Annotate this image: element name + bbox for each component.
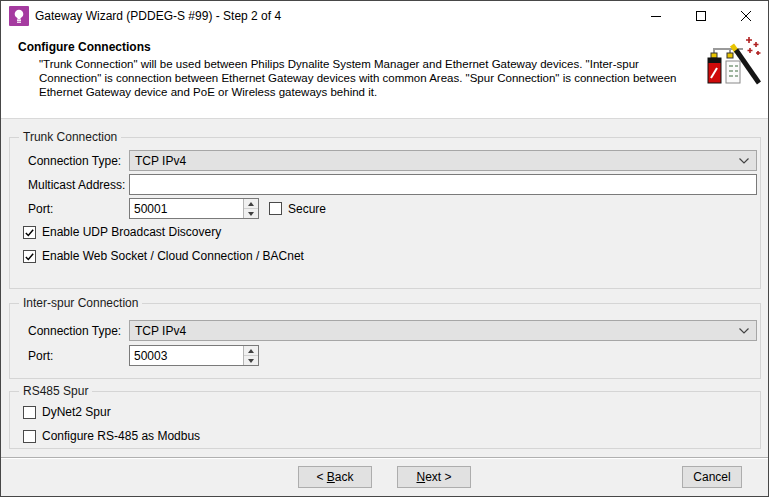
check-icon [24, 251, 35, 262]
multicast-address-input[interactable] [129, 174, 757, 195]
title-bar: Gateway Wizard (PDDEG-S #99) - Step 2 of… [1, 1, 768, 31]
inter-spur-connection-type-label: Connection Type: [28, 324, 129, 338]
next-button-accesskey: N [416, 470, 425, 484]
inter-spur-port-spinner [243, 346, 258, 365]
dynet2-spur-label: DyNet2 Spur [42, 405, 111, 419]
udp-discovery-label: Enable UDP Broadcast Discovery [42, 225, 221, 239]
minimize-icon [651, 11, 661, 21]
modbus-checkbox[interactable] [23, 430, 36, 443]
multicast-address-label: Multicast Address: [28, 178, 129, 192]
gateway-wizard-dialog: Gateway Wizard (PDDEG-S #99) - Step 2 of… [0, 0, 769, 497]
wizard-header: Configure Connections "Trunk Connection"… [1, 31, 768, 119]
trunk-connection-type-select[interactable]: TCP IPv4 [129, 150, 757, 171]
chevron-down-icon [739, 328, 749, 334]
cancel-button[interactable]: Cancel [682, 466, 742, 488]
wizard-wand-icon [705, 35, 761, 89]
trunk-port-label: Port: [28, 202, 129, 216]
back-button-text-rest: ack [335, 470, 354, 484]
inter-spur-group-label: Inter-spur Connection [19, 296, 142, 310]
secure-checkbox[interactable] [269, 202, 282, 215]
page-title: Configure Connections [18, 40, 151, 54]
footer-separator [1, 457, 768, 459]
inter-spur-connection-type-select[interactable]: TCP IPv4 [129, 320, 757, 341]
trunk-group-label: Trunk Connection [19, 130, 121, 144]
secure-checkbox-label: Secure [288, 202, 326, 216]
inter-spur-port-spinner-up[interactable] [244, 346, 258, 356]
trunk-port-spinner [243, 199, 258, 218]
close-button[interactable] [723, 1, 768, 31]
trunk-connection-group: Trunk Connection Connection Type: TCP IP… [9, 137, 761, 289]
dynet2-spur-checkbox[interactable] [23, 406, 36, 419]
inter-spur-port-label: Port: [28, 349, 129, 363]
secure-checkbox-row: Secure [269, 202, 326, 216]
inter-spur-port-spinner-down[interactable] [244, 356, 258, 365]
websocket-row: Enable Web Socket / Cloud Connection / B… [23, 249, 304, 263]
chevron-down-icon [739, 158, 749, 164]
websocket-label: Enable Web Socket / Cloud Connection / B… [42, 249, 304, 263]
close-icon [741, 11, 751, 21]
trunk-port-input[interactable] [129, 198, 259, 219]
back-button[interactable]: < Back [298, 466, 372, 488]
back-button-accesskey: B [327, 470, 335, 484]
app-bulb-icon [9, 6, 29, 26]
dynet2-row: DyNet2 Spur [23, 405, 111, 419]
page-description: "Trunk Connection" will be used between … [39, 57, 701, 99]
check-icon [24, 227, 35, 238]
trunk-connection-type-value: TCP IPv4 [135, 154, 186, 168]
rs485-spur-group: RS485 Spur DyNet2 Spur Configure RS-485 … [9, 391, 761, 449]
maximize-icon [696, 11, 706, 21]
minimize-button[interactable] [633, 1, 678, 31]
udp-discovery-row: Enable UDP Broadcast Discovery [23, 225, 221, 239]
modbus-row: Configure RS-485 as Modbus [23, 429, 200, 443]
rs485-group-label: RS485 Spur [19, 384, 92, 398]
next-button-text-rest: ext > [425, 470, 451, 484]
next-button[interactable]: Next > [397, 466, 471, 488]
inter-spur-port-input[interactable] [129, 345, 259, 366]
modbus-label: Configure RS-485 as Modbus [42, 429, 200, 443]
inter-spur-connection-group: Inter-spur Connection Connection Type: T… [9, 303, 761, 379]
inter-spur-connection-type-value: TCP IPv4 [135, 324, 186, 338]
trunk-connection-type-label: Connection Type: [28, 154, 129, 168]
maximize-button[interactable] [678, 1, 723, 31]
websocket-checkbox[interactable] [23, 250, 36, 263]
window-title: Gateway Wizard (PDDEG-S #99) - Step 2 of… [35, 9, 281, 23]
back-button-text: < [316, 470, 326, 484]
udp-discovery-checkbox[interactable] [23, 226, 36, 239]
trunk-port-spinner-down[interactable] [244, 209, 258, 218]
trunk-port-spinner-up[interactable] [244, 199, 258, 209]
